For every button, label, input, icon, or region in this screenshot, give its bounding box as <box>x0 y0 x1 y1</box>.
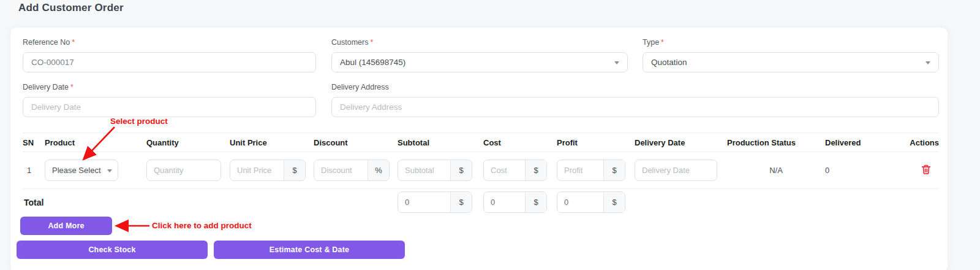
currency-addon: $ <box>450 160 472 180</box>
customers-label: Customers* <box>331 38 373 47</box>
header-cost: Cost <box>483 138 557 147</box>
currency-addon: $ <box>284 160 305 180</box>
profit-input[interactable] <box>557 160 603 180</box>
order-form-card: Reference No* Customers* Abul (145698745… <box>10 27 948 270</box>
type-select-value: Quotation <box>651 58 687 67</box>
delivery-date-label: Delivery Date* <box>23 83 74 91</box>
currency-addon: $ <box>603 160 625 180</box>
table-header-row: SN Product Quantity Unit Price Discount … <box>23 133 939 152</box>
type-select[interactable]: Quotation <box>643 52 939 72</box>
required-asterisk: * <box>661 38 664 47</box>
total-subtotal-input[interactable] <box>398 192 450 212</box>
estimate-cost-date-button[interactable]: Estimate Cost & Date <box>214 241 405 259</box>
header-subtotal: Subtotal <box>398 138 483 147</box>
header-product: Product <box>45 138 146 147</box>
delivery-date-input[interactable] <box>23 97 316 117</box>
customers-select-value: Abul (145698745) <box>340 58 405 67</box>
production-status-value: N/A <box>727 166 825 175</box>
header-delivery-date: Delivery Date <box>635 138 727 147</box>
chevron-down-icon <box>925 61 930 64</box>
products-table: SN Product Quantity Unit Price Discount … <box>23 133 939 215</box>
required-asterisk: * <box>72 38 75 47</box>
total-cost-input[interactable] <box>484 192 525 212</box>
product-select-value: Please Select <box>52 166 101 175</box>
currency-addon: $ <box>450 192 472 212</box>
reference-no-input[interactable] <box>23 52 316 72</box>
discount-input[interactable] <box>314 160 368 180</box>
header-delivered: Delivered <box>825 138 908 147</box>
trash-icon <box>921 164 932 175</box>
table-row: 1 Please Select $ % <box>23 152 939 189</box>
header-profit: Profit <box>557 138 635 147</box>
delivered-value: 0 <box>825 166 908 175</box>
reference-no-label: Reference No* <box>23 38 75 47</box>
cost-input[interactable] <box>484 160 525 180</box>
add-product-annotation: Click here to add product <box>152 221 252 230</box>
select-product-annotation: Select product <box>110 117 168 126</box>
total-profit-input[interactable] <box>557 192 603 212</box>
required-asterisk: * <box>70 83 74 91</box>
header-quantity: Quantity <box>146 138 230 147</box>
total-label: Total <box>23 198 398 207</box>
delivery-address-label: Delivery Address <box>331 83 389 91</box>
header-production-status: Production Status <box>727 138 825 147</box>
delivery-address-input[interactable] <box>331 97 939 117</box>
quantity-input[interactable] <box>146 160 221 181</box>
chevron-down-icon <box>107 169 112 172</box>
currency-addon: $ <box>603 192 625 212</box>
currency-addon: $ <box>525 160 546 180</box>
check-stock-button[interactable]: Check Stock <box>17 241 208 259</box>
required-asterisk: * <box>370 38 373 47</box>
row-delivery-date-input[interactable] <box>635 160 717 181</box>
header-unit-price: Unit Price <box>230 138 314 147</box>
product-select[interactable]: Please Select <box>45 160 118 181</box>
header-discount: Discount <box>314 138 398 147</box>
type-label: Type* <box>643 38 664 47</box>
page-title: Add Customer Order <box>18 2 124 14</box>
row-sn: 1 <box>23 166 45 175</box>
percent-addon: % <box>368 160 389 180</box>
customers-select[interactable]: Abul (145698745) <box>331 52 628 72</box>
unit-price-input[interactable] <box>230 160 284 180</box>
subtotal-input[interactable] <box>398 160 450 180</box>
chevron-down-icon <box>614 61 619 64</box>
currency-addon: $ <box>525 192 546 212</box>
header-sn: SN <box>23 138 45 147</box>
delete-row-button[interactable] <box>921 164 932 175</box>
total-row: Total $ $ $ <box>23 189 939 215</box>
add-more-button[interactable]: Add More <box>20 217 112 235</box>
header-actions: Actions <box>908 138 939 147</box>
